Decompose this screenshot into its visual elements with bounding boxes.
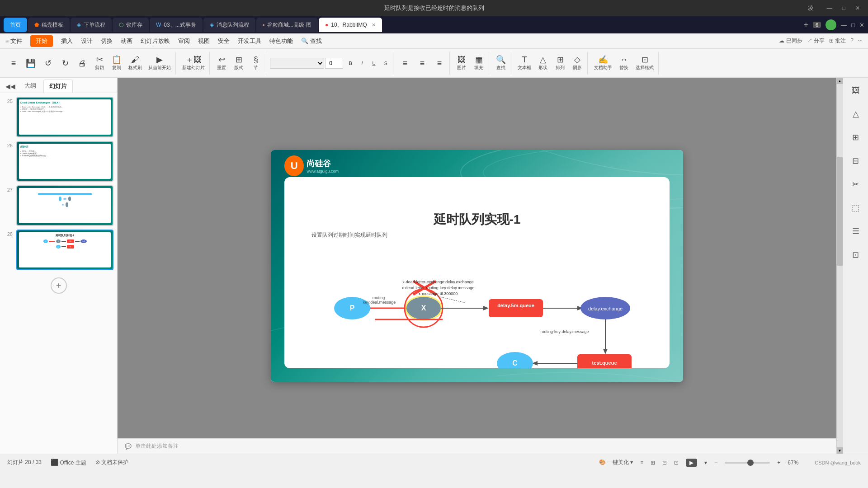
toolbar-group-align: ≡ ≡ ≡: [395, 52, 450, 75]
zoom-slider[interactable]: [725, 462, 770, 464]
font-size-input[interactable]: [325, 58, 343, 69]
font-family-select[interactable]: [270, 58, 324, 69]
tab-template[interactable]: ⬟ 稿壳模板: [28, 18, 70, 32]
right-panel-btn-crop[interactable]: ⬚: [847, 199, 865, 217]
menu-devtools[interactable]: 开发工具: [238, 37, 261, 45]
replace-btn[interactable]: ↔替换: [616, 54, 632, 73]
font-strike-btn[interactable]: S: [380, 59, 391, 68]
share-btn[interactable]: ↗ 分享: [807, 37, 825, 45]
menu-transition[interactable]: 切换: [101, 37, 113, 45]
view-mode-btn[interactable]: ⊡: [674, 460, 679, 466]
tab-rabbitmq[interactable]: ● 10、RabbitMQ ✕: [319, 18, 382, 32]
menu-security[interactable]: 安全: [218, 37, 230, 45]
panel-tab-outline[interactable]: 大纲: [19, 80, 42, 93]
menu-design[interactable]: 设计: [81, 37, 93, 45]
arrange-btn[interactable]: ⊞排列: [552, 54, 568, 73]
menu-file[interactable]: ≡ 文件: [5, 37, 22, 45]
menu-animation[interactable]: 动画: [121, 37, 132, 45]
slide-thumb-26[interactable]: 尚硅谷 ● 李伟...一些内容... ● Queue的参数配置... ● Rab…: [16, 141, 113, 182]
beautify-btn[interactable]: 🎨 一键美化 ▾: [599, 459, 633, 466]
textbox-btn[interactable]: T文本框: [515, 54, 534, 73]
toolbar-find-btn[interactable]: 🔍查找: [493, 54, 509, 73]
view-normal-btn[interactable]: ≡: [640, 460, 643, 466]
slide-thumb-28[interactable]: 延时队列实现-1 P X dlq exch C: [16, 230, 113, 270]
toolbar-copy-btn[interactable]: 📋复制: [108, 54, 125, 73]
shadow-btn[interactable]: ◇阴影: [569, 54, 585, 73]
play-btn[interactable]: ▶: [686, 459, 697, 467]
select-format-btn[interactable]: ⊡选择格式: [633, 54, 656, 73]
right-panel-btn-list[interactable]: ☰: [847, 222, 865, 240]
collapse-panel-icon[interactable]: ◀◀: [5, 83, 15, 90]
routing-key2-label: routing-key:delay.message: [541, 329, 589, 334]
font-underline-btn[interactable]: U: [368, 59, 379, 68]
play-options-btn[interactable]: ▾: [704, 460, 707, 466]
menu-view[interactable]: 视图: [198, 37, 210, 45]
toolbar-section-btn[interactable]: §节: [248, 54, 264, 73]
toolbar-new-slide-btn[interactable]: ＋🖼新建幻灯片: [179, 54, 208, 73]
insert-image-btn[interactable]: 🖼图片: [453, 54, 470, 73]
add-tab-icon[interactable]: +: [804, 20, 809, 30]
window-max-icon[interactable]: □: [851, 22, 855, 28]
right-panel-btn-shape[interactable]: △: [847, 105, 865, 123]
align-left-btn[interactable]: ≡: [397, 57, 413, 69]
slide-list-item[interactable]: 26 尚硅谷 ● 李伟...一些内容... ● Queue的参数配置... ● …: [4, 141, 113, 182]
font-bold-btn[interactable]: B: [345, 59, 356, 68]
toolbar-undo-btn[interactable]: ↺: [40, 57, 56, 69]
toolbar-layout-btn[interactable]: ⊞版式: [231, 54, 247, 73]
toolbar-print-btn[interactable]: 🖨: [74, 57, 90, 69]
slide-thumb-27[interactable]: [16, 185, 113, 226]
batch-btn[interactable]: ⊞ 批注: [829, 37, 846, 45]
tab-library[interactable]: ⬡ 锁库存: [113, 18, 149, 32]
toolbar-reset-btn[interactable]: ↩重置: [213, 54, 230, 73]
right-panel-btn-image[interactable]: 🖼: [847, 81, 865, 99]
toolbar-play-btn[interactable]: ▶从当前开始: [146, 54, 174, 73]
window-close-icon[interactable]: ✕: [859, 22, 864, 28]
tab-close-icon[interactable]: ✕: [372, 22, 376, 28]
right-panel-btn-cut[interactable]: ✂: [847, 175, 865, 193]
right-panel-btn-grid[interactable]: ⊡: [847, 246, 865, 264]
csdn-watermark: CSDN @wang_book: [815, 460, 861, 465]
toolbar-format-btn[interactable]: 🖌格式刷: [126, 54, 145, 73]
slide-list-item[interactable]: 27: [4, 185, 113, 226]
insert-fill-btn[interactable]: ▦填充: [471, 54, 487, 73]
menu-slideshow[interactable]: 幻灯片放映: [141, 37, 170, 45]
right-scrollbar[interactable]: ▲ ▼: [836, 78, 843, 454]
window-min-icon[interactable]: —: [841, 22, 847, 28]
toolbar-menu-btn[interactable]: ≡: [5, 57, 22, 69]
panel-tab-slides[interactable]: 幻灯片: [43, 80, 73, 93]
menu-find[interactable]: 🔍查找: [301, 37, 322, 45]
tab-mq-flow[interactable]: ◈ 消息队列流程: [203, 18, 255, 32]
doc-assist-btn[interactable]: ✍文档助手: [591, 54, 615, 73]
zoom-in-btn[interactable]: +: [777, 460, 780, 466]
view-split-btn[interactable]: ⊟: [662, 460, 667, 466]
font-italic-btn[interactable]: I: [357, 59, 368, 68]
more-btn[interactable]: ···: [858, 37, 863, 45]
align-right-btn[interactable]: ≡: [431, 57, 448, 69]
shape-btn[interactable]: △形状: [535, 54, 551, 73]
menu-review[interactable]: 审阅: [178, 37, 190, 45]
right-panel-btn-layout[interactable]: ⊟: [847, 152, 865, 170]
toolbar-cut-btn[interactable]: ✂剪切: [91, 54, 108, 73]
zoom-out-btn[interactable]: −: [714, 460, 717, 466]
toolbar: ≡ 💾 ↺ ↻ 🖨 ✂剪切 📋复制 🖌格式刷 ▶从当前开始 ＋🖼新建幻灯片 ↩重…: [0, 49, 868, 78]
menu-features[interactable]: 特色功能: [269, 37, 293, 45]
notes-area[interactable]: 💬 单击此处添加备注: [118, 438, 836, 454]
help-btn[interactable]: ?: [850, 37, 854, 45]
toolbar-save-btn[interactable]: 💾: [23, 57, 39, 69]
tab-home[interactable]: 首页: [4, 18, 27, 32]
tab-gulijia[interactable]: ▪ 谷粒商城...高级-图: [256, 18, 318, 32]
align-center-btn[interactable]: ≡: [414, 57, 430, 69]
view-grid-btn[interactable]: ⊞: [651, 460, 655, 466]
slide-thumb-25[interactable]: Dead Letter Exchanges（DLX） ● Dead Letter…: [16, 97, 113, 137]
slide-list-item-active[interactable]: 28 延时队列实现-1 P X dlq exc: [4, 230, 113, 270]
toolbar-redo-btn[interactable]: ↻: [57, 57, 73, 69]
tab-flowchart[interactable]: ◈ 下单流程: [71, 18, 112, 32]
right-panel-btn-table[interactable]: ⊞: [847, 128, 865, 146]
menu-start[interactable]: 开始: [30, 35, 53, 47]
tab-transaction[interactable]: W 03、...式事务: [150, 18, 203, 32]
add-slide-btn[interactable]: +: [4, 274, 113, 297]
slide-list-item[interactable]: 25 Dead Letter Exchanges（DLX） ● Dead Let…: [4, 97, 113, 137]
window-controls[interactable]: — □ ✕: [823, 5, 863, 11]
sync-btn[interactable]: ☁ 已同步: [779, 37, 802, 45]
menu-insert[interactable]: 插入: [61, 37, 73, 45]
